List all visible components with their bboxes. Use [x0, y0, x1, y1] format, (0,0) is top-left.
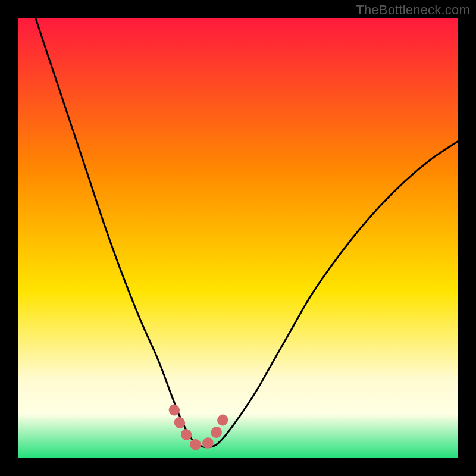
watermark-text: TheBottleneck.com [356, 2, 470, 18]
chart-frame: TheBottleneck.com [0, 0, 476, 476]
chart-svg [18, 18, 458, 458]
gradient-background [18, 18, 458, 458]
plot-area [18, 18, 458, 458]
